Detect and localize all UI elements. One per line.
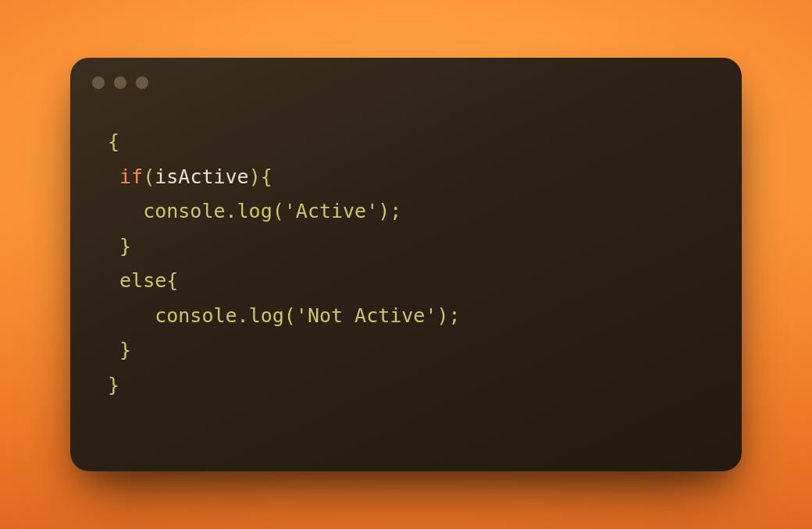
- call-console-log: console.log(: [155, 304, 296, 327]
- code-line: console.log('Active');: [108, 200, 401, 222]
- window-close-dot[interactable]: [92, 76, 105, 89]
- code-line: }: [108, 235, 131, 257]
- paren-open: (: [143, 165, 155, 188]
- code-line: }: [108, 339, 131, 361]
- indent: [108, 304, 155, 327]
- string-active: 'Active': [284, 200, 378, 222]
- identifier-isActive: isActive: [155, 165, 248, 188]
- brace-close: }: [119, 339, 131, 361]
- code-line: console.log('Not Active');: [108, 304, 461, 327]
- code-line: }: [108, 374, 119, 396]
- window-minimize-dot[interactable]: [114, 76, 126, 89]
- window-maximize-dot[interactable]: [136, 76, 148, 89]
- stmt-close: );: [378, 200, 401, 222]
- code-body: { if(isActive){ console.log('Active'); }…: [70, 95, 742, 418]
- string-not-active: 'Not Active': [296, 304, 437, 327]
- indent: [108, 165, 119, 188]
- brace-close: }: [108, 374, 119, 396]
- code-window: { if(isActive){ console.log('Active'); }…: [70, 58, 742, 471]
- keyword-if: if: [119, 165, 143, 188]
- call-console-log: console.log(: [143, 200, 284, 222]
- indent: [108, 235, 119, 257]
- indent: [108, 200, 143, 222]
- brace-close: }: [119, 235, 131, 257]
- brace-open: {: [108, 130, 119, 153]
- indent: [108, 339, 119, 361]
- stmt-close: );: [436, 304, 460, 327]
- keyword-else-brace: else{: [119, 269, 178, 292]
- code-line: else{: [108, 269, 178, 292]
- code-line: {: [108, 130, 119, 153]
- indent: [108, 269, 119, 292]
- window-titlebar: [70, 58, 742, 95]
- paren-close-brace: ){: [249, 165, 272, 188]
- code-line: if(isActive){: [108, 165, 272, 188]
